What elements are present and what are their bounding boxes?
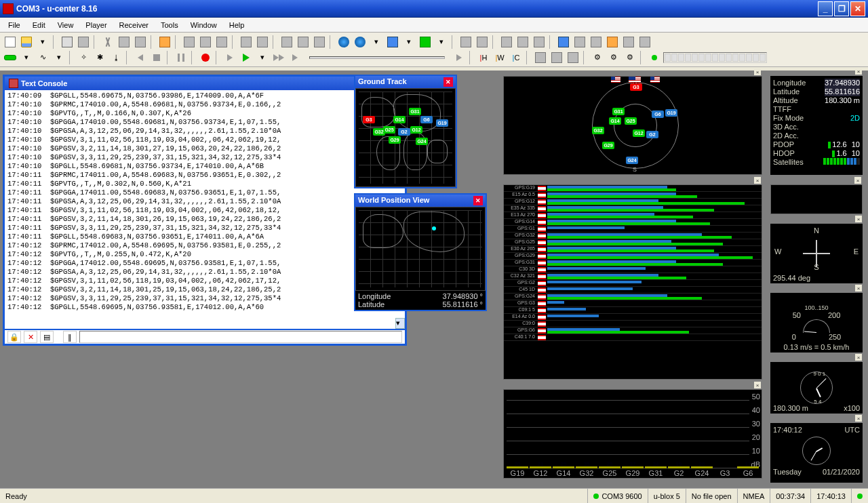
pause-scroll-button[interactable]: ‖ — [63, 331, 77, 343]
panel-close-button[interactable]: × — [754, 382, 761, 388]
panel-close-button[interactable]: × — [855, 216, 862, 222]
save-button[interactable] — [19, 35, 34, 49]
tool-b-button[interactable] — [182, 35, 197, 49]
text-console-window[interactable]: Text Console 17:40:09 $GPGLL,5548.69675,… — [3, 75, 407, 346]
view-2-button[interactable] — [255, 35, 270, 49]
fwd-button[interactable] — [271, 50, 286, 64]
dropdown-1[interactable]: ▾ — [369, 35, 384, 49]
save-dropdown[interactable]: ▾ — [35, 35, 50, 49]
dropdown-play[interactable]: ▾ — [255, 50, 270, 64]
panel-2-button[interactable] — [475, 35, 490, 49]
dropdown-wave[interactable]: ▾ — [52, 50, 66, 64]
chart-button[interactable] — [385, 35, 400, 49]
m-button-1[interactable] — [533, 50, 548, 64]
print-preview-button[interactable] — [76, 35, 91, 49]
new-button[interactable] — [3, 35, 18, 49]
cut-button[interactable] — [100, 35, 115, 49]
close-button[interactable]: ✕ — [850, 1, 865, 16]
wave-icon: ∿ — [40, 53, 46, 62]
panel-close-button[interactable]: × — [855, 68, 862, 75]
menu-edit[interactable]: Edit — [27, 20, 51, 31]
gear-2-button[interactable]: ⚙ — [606, 50, 621, 64]
globe-button[interactable] — [336, 35, 351, 49]
panel-close-button[interactable]: × — [754, 68, 761, 75]
ground-track-title-bar[interactable]: Ground Track ✕ — [355, 76, 456, 88]
view-3-button[interactable] — [279, 35, 294, 49]
view-1-button[interactable] — [239, 35, 254, 49]
command-input[interactable] — [79, 331, 402, 343]
menu-help[interactable]: Help — [224, 20, 250, 31]
menu-tools[interactable]: Tools — [155, 20, 184, 31]
panel-8-button[interactable] — [589, 35, 604, 49]
bug-button[interactable]: ✱ — [92, 50, 107, 64]
panel-6-button[interactable] — [556, 35, 571, 49]
wave-button[interactable]: ∿ — [35, 50, 50, 64]
menu-receiver[interactable]: Receiver — [114, 20, 154, 31]
play-button[interactable] — [239, 50, 254, 64]
menu-file[interactable]: File — [3, 20, 26, 31]
panel-close-button[interactable]: × — [754, 177, 761, 184]
world-close-button[interactable]: ✕ — [473, 196, 483, 205]
minimize-button[interactable]: _ — [818, 1, 833, 16]
panel-4-button[interactable] — [515, 35, 530, 49]
tool-a-button[interactable] — [157, 35, 172, 49]
step-button[interactable] — [222, 50, 237, 64]
led-button[interactable] — [647, 50, 662, 64]
panel-11-button[interactable] — [637, 35, 652, 49]
world-position-title-bar[interactable]: World Position View ✕ — [355, 195, 486, 207]
panel-3-button[interactable] — [499, 35, 514, 49]
end-button[interactable] — [452, 50, 467, 64]
stop-button[interactable] — [149, 50, 164, 64]
tool-c-button[interactable] — [198, 35, 213, 49]
record-button[interactable] — [198, 50, 213, 64]
dropdown-2[interactable]: ▾ — [401, 35, 416, 49]
panel-close-button[interactable]: × — [855, 285, 862, 291]
connector-button[interactable] — [3, 50, 18, 64]
paste-button[interactable] — [133, 35, 148, 49]
copy-button[interactable] — [117, 35, 132, 49]
gear-3-button[interactable]: ⚙ — [623, 50, 637, 64]
skip-start-button[interactable] — [133, 50, 148, 64]
app-icon — [3, 3, 14, 14]
menu-view[interactable]: View — [52, 20, 79, 31]
ground-close-button[interactable]: ✕ — [443, 77, 453, 87]
panel-10-button[interactable] — [621, 35, 636, 49]
text-console-title-bar[interactable]: Text Console — [5, 77, 405, 90]
world-position-window[interactable]: World Position View ✕ Longitude37.948930… — [354, 193, 487, 311]
panel-close-button[interactable]: × — [854, 177, 861, 184]
scroll-down-button[interactable]: ▾ — [395, 318, 405, 329]
panel-9-button[interactable] — [605, 35, 620, 49]
maximize-button[interactable]: ❐ — [834, 1, 849, 16]
panel-5-button[interactable] — [532, 35, 547, 49]
dropdown-3[interactable]: ▾ — [434, 35, 449, 49]
clear-button[interactable]: ✕ — [24, 331, 37, 343]
panel-close-button[interactable]: × — [855, 415, 862, 422]
gear-button[interactable]: ⚙ — [590, 50, 605, 64]
panel-7-button[interactable] — [572, 35, 587, 49]
h-indicator[interactable]: |H — [476, 50, 491, 64]
chart-2-button[interactable] — [418, 35, 433, 49]
pause-button[interactable] — [174, 50, 189, 64]
dropdown-conn[interactable]: ▾ — [19, 50, 34, 64]
globe-2-button[interactable] — [353, 35, 368, 49]
lock-button[interactable]: 🔒 — [7, 331, 21, 343]
menu-window[interactable]: Window — [185, 20, 222, 31]
download-button[interactable]: ⭳ — [108, 50, 123, 64]
menu-player[interactable]: Player — [80, 20, 112, 31]
panel-close-button[interactable]: × — [855, 354, 862, 361]
skip-end-button[interactable] — [288, 50, 302, 64]
m-button-3[interactable] — [566, 50, 580, 64]
c-indicator[interactable]: |C — [509, 50, 524, 64]
m-button-2[interactable] — [549, 50, 564, 64]
view-5-button[interactable] — [312, 35, 327, 49]
status-device: u-blox 5 — [648, 489, 686, 503]
ground-track-window[interactable]: Ground Track ✕ G3 G31 G14 G6 G19 G25 G32… — [354, 75, 457, 188]
playback-slider[interactable] — [309, 56, 445, 59]
view-4-button[interactable] — [296, 35, 311, 49]
tool-d-button[interactable] — [214, 35, 229, 49]
print-button[interactable] — [60, 35, 75, 49]
panel-1-button[interactable] — [458, 35, 473, 49]
w-indicator[interactable]: |W — [492, 50, 507, 64]
filter-button[interactable]: ▤ — [40, 331, 54, 343]
wand-button[interactable]: ✧ — [76, 50, 91, 64]
